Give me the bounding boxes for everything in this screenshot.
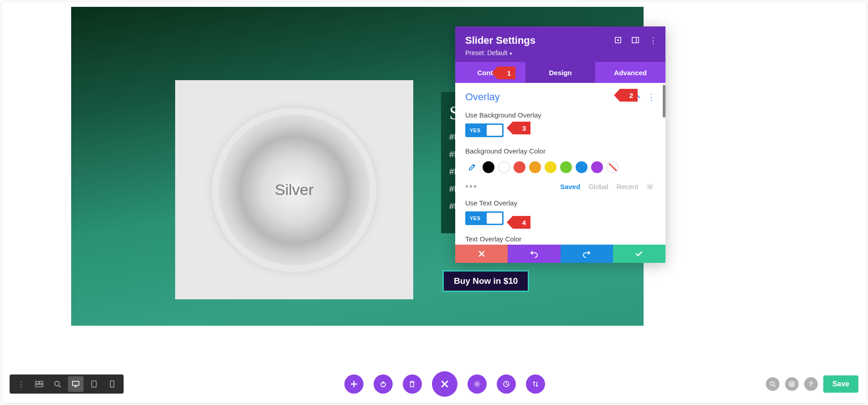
save-button[interactable]: Save	[823, 375, 858, 393]
option-label: Use Background Overlay	[465, 111, 655, 119]
settings-panel: Slider Settings Preset: Default▼ ⋮ Conte…	[455, 26, 665, 263]
section-title: Overlay	[465, 91, 500, 103]
svg-line-22	[774, 385, 775, 387]
panel-tabs: Content Design Advanced	[455, 62, 665, 83]
svg-rect-10	[73, 381, 79, 385]
redo-button[interactable]	[561, 245, 613, 263]
panel-header[interactable]: Slider Settings Preset: Default▼ ⋮	[455, 26, 665, 62]
tab-global[interactable]: Global	[588, 183, 608, 190]
view-toolbar: ⋮	[10, 374, 124, 394]
layers-icon[interactable]	[785, 377, 799, 391]
color-swatch[interactable]	[576, 161, 587, 173]
gear-icon[interactable]	[646, 183, 654, 190]
svg-line-9	[59, 385, 61, 387]
toggle-knob	[487, 213, 502, 224]
sort-button[interactable]	[526, 374, 545, 394]
color-swatch-none[interactable]	[607, 161, 619, 173]
more-icon[interactable]: ⋮	[649, 36, 657, 45]
svg-point-16	[112, 386, 113, 387]
color-swatch[interactable]	[591, 161, 603, 173]
settings-button[interactable]	[468, 374, 487, 394]
cancel-button[interactable]	[455, 245, 508, 263]
toggle-knob	[487, 125, 502, 136]
svg-rect-5	[36, 381, 39, 384]
confirm-button[interactable]	[613, 245, 665, 263]
close-button[interactable]	[432, 371, 457, 397]
svg-point-19	[476, 383, 478, 385]
color-swatch[interactable]	[529, 161, 541, 173]
svg-rect-6	[40, 381, 43, 384]
color-swatch[interactable]	[545, 161, 556, 173]
color-tabs: ••• Saved Global Recent	[465, 181, 655, 192]
silver-disc: Silver	[212, 108, 376, 272]
tab-recent[interactable]: Recent	[616, 183, 638, 190]
trash-button[interactable]	[403, 374, 422, 394]
mobile-view-icon[interactable]	[104, 376, 120, 392]
tab-advanced[interactable]: Advanced	[595, 62, 665, 83]
expand-icon[interactable]	[614, 36, 622, 45]
eyedropper-icon[interactable]	[465, 160, 479, 174]
panel-footer	[455, 245, 665, 263]
product-label: Silver	[275, 181, 313, 199]
text-overlay-toggle[interactable]: YES	[465, 211, 504, 225]
desktop-view-icon[interactable]	[68, 376, 83, 392]
svg-point-14	[94, 386, 94, 387]
option-label: Use Text Overlay	[465, 199, 655, 207]
svg-rect-2	[632, 37, 639, 43]
buy-now-button[interactable]: Buy Now in $10	[442, 270, 529, 292]
wireframe-icon[interactable]	[31, 376, 47, 392]
search-icon[interactable]	[766, 377, 780, 391]
svg-point-4	[649, 185, 651, 187]
panel-body: Overlay ⋮ Use Background Overlay YES Bac…	[455, 83, 665, 245]
color-swatch[interactable]	[483, 161, 494, 173]
product-image: Silver	[175, 80, 413, 299]
scrollbar[interactable]	[663, 85, 665, 118]
option-label: Background Overlay Color	[465, 147, 655, 155]
svg-point-8	[55, 381, 59, 386]
panel-preset[interactable]: Preset: Default▼	[465, 49, 655, 56]
tab-saved[interactable]: Saved	[560, 183, 580, 190]
tab-design[interactable]: Design	[525, 62, 596, 83]
history-button[interactable]	[497, 374, 516, 394]
layout-icon[interactable]	[632, 36, 639, 45]
color-swatch[interactable]	[560, 161, 572, 173]
color-swatch[interactable]	[498, 161, 510, 173]
action-toolbar	[344, 371, 545, 397]
section-more-icon[interactable]: ⋮	[647, 93, 655, 101]
zoom-icon[interactable]	[50, 376, 65, 392]
color-swatch[interactable]	[514, 161, 525, 173]
color-picker-row	[465, 160, 655, 174]
help-icon[interactable]: ?	[804, 377, 818, 391]
undo-button[interactable]	[508, 245, 560, 263]
tablet-view-icon[interactable]	[86, 376, 102, 392]
bottom-toolbar: ⋮ ? Save	[1, 374, 867, 394]
more-icon[interactable]: ⋮	[13, 376, 29, 392]
svg-rect-7	[36, 384, 43, 387]
power-button[interactable]	[374, 374, 393, 394]
add-button[interactable]	[344, 374, 364, 394]
svg-point-1	[617, 39, 619, 41]
option-label: Text Overlay Color	[465, 235, 655, 245]
right-toolbar: ? Save	[766, 375, 858, 393]
more-colors-icon[interactable]: •••	[465, 181, 478, 192]
bg-overlay-toggle[interactable]: YES	[465, 123, 504, 137]
svg-point-21	[770, 382, 774, 385]
